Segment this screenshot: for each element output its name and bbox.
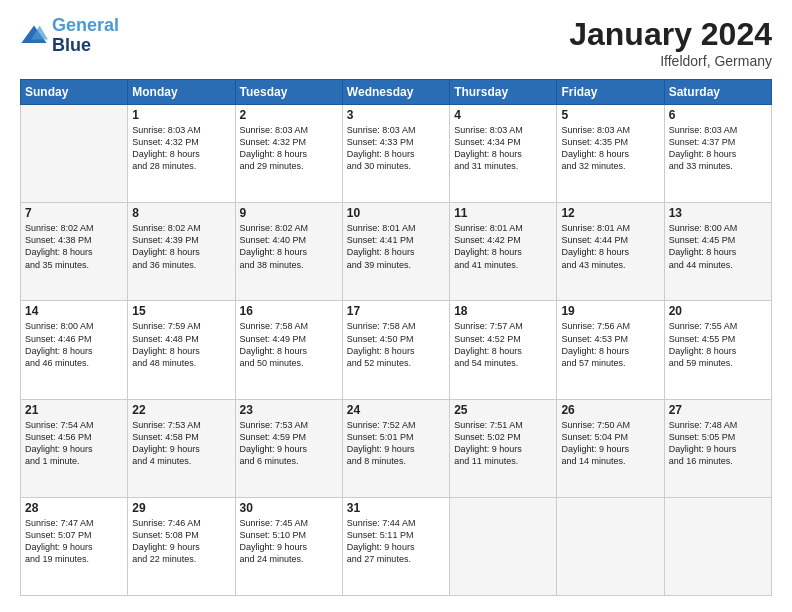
calendar-cell: 20Sunrise: 7:55 AM Sunset: 4:55 PM Dayli… xyxy=(664,301,771,399)
day-number: 7 xyxy=(25,206,123,220)
day-number: 29 xyxy=(132,501,230,515)
day-number: 10 xyxy=(347,206,445,220)
day-info: Sunrise: 8:01 AM Sunset: 4:44 PM Dayligh… xyxy=(561,222,659,271)
calendar-cell: 30Sunrise: 7:45 AM Sunset: 5:10 PM Dayli… xyxy=(235,497,342,595)
calendar-cell: 15Sunrise: 7:59 AM Sunset: 4:48 PM Dayli… xyxy=(128,301,235,399)
calendar-cell: 17Sunrise: 7:58 AM Sunset: 4:50 PM Dayli… xyxy=(342,301,449,399)
logo-text: General Blue xyxy=(52,16,119,56)
day-info: Sunrise: 7:44 AM Sunset: 5:11 PM Dayligh… xyxy=(347,517,445,566)
day-info: Sunrise: 7:52 AM Sunset: 5:01 PM Dayligh… xyxy=(347,419,445,468)
day-info: Sunrise: 7:53 AM Sunset: 4:58 PM Dayligh… xyxy=(132,419,230,468)
calendar-cell xyxy=(21,105,128,203)
header-wednesday: Wednesday xyxy=(342,80,449,105)
calendar-cell: 5Sunrise: 8:03 AM Sunset: 4:35 PM Daylig… xyxy=(557,105,664,203)
calendar-cell: 25Sunrise: 7:51 AM Sunset: 5:02 PM Dayli… xyxy=(450,399,557,497)
day-number: 17 xyxy=(347,304,445,318)
page: General Blue January 2024 Iffeldorf, Ger… xyxy=(0,0,792,612)
calendar-cell: 6Sunrise: 8:03 AM Sunset: 4:37 PM Daylig… xyxy=(664,105,771,203)
day-number: 2 xyxy=(240,108,338,122)
day-number: 26 xyxy=(561,403,659,417)
day-number: 30 xyxy=(240,501,338,515)
week-row-5: 28Sunrise: 7:47 AM Sunset: 5:07 PM Dayli… xyxy=(21,497,772,595)
calendar-cell: 22Sunrise: 7:53 AM Sunset: 4:58 PM Dayli… xyxy=(128,399,235,497)
location-subtitle: Iffeldorf, Germany xyxy=(569,53,772,69)
calendar-cell xyxy=(557,497,664,595)
month-title: January 2024 xyxy=(569,16,772,53)
day-info: Sunrise: 7:48 AM Sunset: 5:05 PM Dayligh… xyxy=(669,419,767,468)
day-number: 16 xyxy=(240,304,338,318)
day-info: Sunrise: 7:51 AM Sunset: 5:02 PM Dayligh… xyxy=(454,419,552,468)
day-number: 15 xyxy=(132,304,230,318)
week-row-1: 1Sunrise: 8:03 AM Sunset: 4:32 PM Daylig… xyxy=(21,105,772,203)
header-saturday: Saturday xyxy=(664,80,771,105)
calendar-table: Sunday Monday Tuesday Wednesday Thursday… xyxy=(20,79,772,596)
calendar-cell: 9Sunrise: 8:02 AM Sunset: 4:40 PM Daylig… xyxy=(235,203,342,301)
calendar-cell: 28Sunrise: 7:47 AM Sunset: 5:07 PM Dayli… xyxy=(21,497,128,595)
day-info: Sunrise: 7:59 AM Sunset: 4:48 PM Dayligh… xyxy=(132,320,230,369)
day-number: 25 xyxy=(454,403,552,417)
calendar-cell: 14Sunrise: 8:00 AM Sunset: 4:46 PM Dayli… xyxy=(21,301,128,399)
calendar-cell: 19Sunrise: 7:56 AM Sunset: 4:53 PM Dayli… xyxy=(557,301,664,399)
day-number: 21 xyxy=(25,403,123,417)
day-info: Sunrise: 7:53 AM Sunset: 4:59 PM Dayligh… xyxy=(240,419,338,468)
day-info: Sunrise: 8:03 AM Sunset: 4:32 PM Dayligh… xyxy=(240,124,338,173)
calendar-cell xyxy=(450,497,557,595)
day-number: 6 xyxy=(669,108,767,122)
day-number: 31 xyxy=(347,501,445,515)
weekday-header-row: Sunday Monday Tuesday Wednesday Thursday… xyxy=(21,80,772,105)
day-number: 24 xyxy=(347,403,445,417)
day-number: 27 xyxy=(669,403,767,417)
logo-icon xyxy=(20,22,48,50)
calendar-cell: 4Sunrise: 8:03 AM Sunset: 4:34 PM Daylig… xyxy=(450,105,557,203)
day-info: Sunrise: 7:47 AM Sunset: 5:07 PM Dayligh… xyxy=(25,517,123,566)
day-info: Sunrise: 8:03 AM Sunset: 4:33 PM Dayligh… xyxy=(347,124,445,173)
calendar-cell: 21Sunrise: 7:54 AM Sunset: 4:56 PM Dayli… xyxy=(21,399,128,497)
day-info: Sunrise: 7:58 AM Sunset: 4:50 PM Dayligh… xyxy=(347,320,445,369)
calendar-cell: 7Sunrise: 8:02 AM Sunset: 4:38 PM Daylig… xyxy=(21,203,128,301)
day-info: Sunrise: 8:02 AM Sunset: 4:40 PM Dayligh… xyxy=(240,222,338,271)
day-number: 28 xyxy=(25,501,123,515)
day-info: Sunrise: 7:57 AM Sunset: 4:52 PM Dayligh… xyxy=(454,320,552,369)
day-info: Sunrise: 7:54 AM Sunset: 4:56 PM Dayligh… xyxy=(25,419,123,468)
day-info: Sunrise: 8:02 AM Sunset: 4:39 PM Dayligh… xyxy=(132,222,230,271)
day-info: Sunrise: 8:00 AM Sunset: 4:45 PM Dayligh… xyxy=(669,222,767,271)
header-tuesday: Tuesday xyxy=(235,80,342,105)
calendar-cell: 11Sunrise: 8:01 AM Sunset: 4:42 PM Dayli… xyxy=(450,203,557,301)
day-info: Sunrise: 7:56 AM Sunset: 4:53 PM Dayligh… xyxy=(561,320,659,369)
day-info: Sunrise: 8:03 AM Sunset: 4:32 PM Dayligh… xyxy=(132,124,230,173)
header-monday: Monday xyxy=(128,80,235,105)
day-number: 19 xyxy=(561,304,659,318)
day-info: Sunrise: 8:01 AM Sunset: 4:41 PM Dayligh… xyxy=(347,222,445,271)
week-row-3: 14Sunrise: 8:00 AM Sunset: 4:46 PM Dayli… xyxy=(21,301,772,399)
day-number: 12 xyxy=(561,206,659,220)
day-number: 5 xyxy=(561,108,659,122)
title-block: January 2024 Iffeldorf, Germany xyxy=(569,16,772,69)
week-row-4: 21Sunrise: 7:54 AM Sunset: 4:56 PM Dayli… xyxy=(21,399,772,497)
day-number: 11 xyxy=(454,206,552,220)
calendar-cell: 13Sunrise: 8:00 AM Sunset: 4:45 PM Dayli… xyxy=(664,203,771,301)
day-number: 23 xyxy=(240,403,338,417)
day-info: Sunrise: 7:50 AM Sunset: 5:04 PM Dayligh… xyxy=(561,419,659,468)
day-info: Sunrise: 7:45 AM Sunset: 5:10 PM Dayligh… xyxy=(240,517,338,566)
calendar-cell: 8Sunrise: 8:02 AM Sunset: 4:39 PM Daylig… xyxy=(128,203,235,301)
day-number: 13 xyxy=(669,206,767,220)
calendar-cell: 12Sunrise: 8:01 AM Sunset: 4:44 PM Dayli… xyxy=(557,203,664,301)
calendar-cell: 26Sunrise: 7:50 AM Sunset: 5:04 PM Dayli… xyxy=(557,399,664,497)
calendar-cell: 23Sunrise: 7:53 AM Sunset: 4:59 PM Dayli… xyxy=(235,399,342,497)
day-number: 14 xyxy=(25,304,123,318)
header-sunday: Sunday xyxy=(21,80,128,105)
day-info: Sunrise: 8:00 AM Sunset: 4:46 PM Dayligh… xyxy=(25,320,123,369)
logo: General Blue xyxy=(20,16,119,56)
day-info: Sunrise: 8:03 AM Sunset: 4:37 PM Dayligh… xyxy=(669,124,767,173)
day-number: 1 xyxy=(132,108,230,122)
day-number: 9 xyxy=(240,206,338,220)
calendar-cell xyxy=(664,497,771,595)
day-number: 22 xyxy=(132,403,230,417)
header: General Blue January 2024 Iffeldorf, Ger… xyxy=(20,16,772,69)
day-number: 18 xyxy=(454,304,552,318)
day-number: 20 xyxy=(669,304,767,318)
day-number: 8 xyxy=(132,206,230,220)
day-info: Sunrise: 7:55 AM Sunset: 4:55 PM Dayligh… xyxy=(669,320,767,369)
header-thursday: Thursday xyxy=(450,80,557,105)
calendar-cell: 10Sunrise: 8:01 AM Sunset: 4:41 PM Dayli… xyxy=(342,203,449,301)
